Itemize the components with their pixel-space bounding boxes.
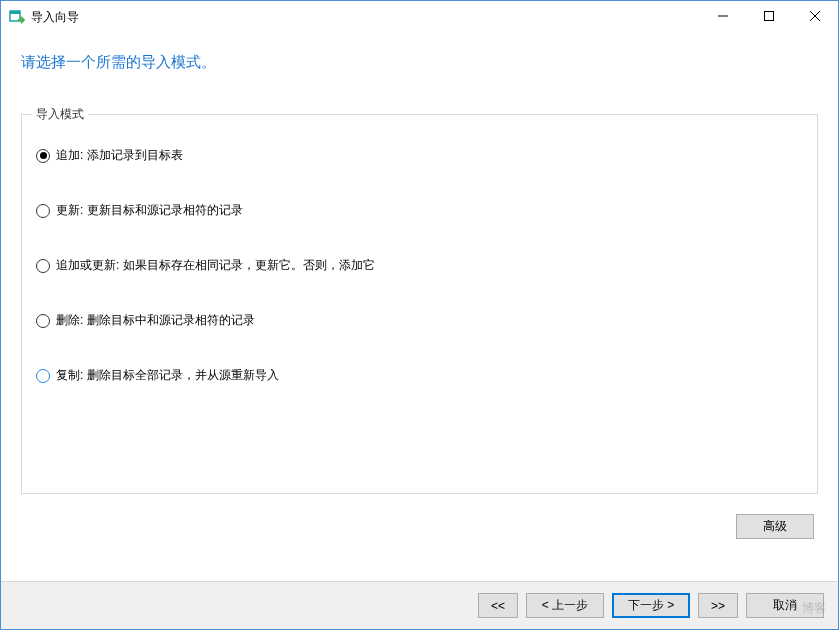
- radio-option-copy[interactable]: 复制: 删除目标全部记录，并从源重新导入: [36, 367, 805, 384]
- import-mode-group: 导入模式 追加: 添加记录到目标表 更新: 更新目标和源记录相符的记录 追加或更…: [21, 114, 818, 494]
- next-button[interactable]: 下一步 >: [612, 593, 690, 618]
- svg-rect-3: [765, 12, 774, 21]
- radio-icon: [36, 259, 50, 273]
- wizard-footer: << < 上一步 下一步 > >> 取消: [1, 581, 838, 629]
- window-title: 导入向导: [31, 9, 700, 26]
- dialog-content: 请选择一个所需的导入模式。 导入模式 追加: 添加记录到目标表 更新: 更新目标…: [1, 33, 838, 539]
- instruction-text: 请选择一个所需的导入模式。: [21, 53, 818, 72]
- back-button[interactable]: < 上一步: [526, 593, 604, 618]
- radio-icon: [36, 369, 50, 383]
- last-button[interactable]: >>: [698, 593, 738, 618]
- radio-option-delete[interactable]: 删除: 删除目标中和源记录相符的记录: [36, 312, 805, 329]
- maximize-button[interactable]: [746, 1, 792, 31]
- cancel-button[interactable]: 取消: [746, 593, 824, 618]
- radio-option-update[interactable]: 更新: 更新目标和源记录相符的记录: [36, 202, 805, 219]
- radio-icon: [36, 149, 50, 163]
- radio-label: 追加或更新: 如果目标存在相同记录，更新它。否则，添加它: [56, 257, 375, 274]
- app-icon: [9, 9, 25, 25]
- radio-label: 复制: 删除目标全部记录，并从源重新导入: [56, 367, 279, 384]
- svg-rect-1: [10, 11, 20, 14]
- advanced-row: 高级: [21, 514, 818, 539]
- window-controls: [700, 1, 838, 33]
- radio-label: 追加: 添加记录到目标表: [56, 147, 183, 164]
- advanced-button[interactable]: 高级: [736, 514, 814, 539]
- radio-icon: [36, 314, 50, 328]
- radio-option-append-update[interactable]: 追加或更新: 如果目标存在相同记录，更新它。否则，添加它: [36, 257, 805, 274]
- radio-icon: [36, 204, 50, 218]
- first-button[interactable]: <<: [478, 593, 518, 618]
- radio-label: 删除: 删除目标中和源记录相符的记录: [56, 312, 255, 329]
- group-label: 导入模式: [32, 106, 88, 123]
- close-button[interactable]: [792, 1, 838, 31]
- radio-label: 更新: 更新目标和源记录相符的记录: [56, 202, 243, 219]
- minimize-button[interactable]: [700, 1, 746, 31]
- titlebar: 导入向导: [1, 1, 838, 33]
- radio-option-append[interactable]: 追加: 添加记录到目标表: [36, 147, 805, 164]
